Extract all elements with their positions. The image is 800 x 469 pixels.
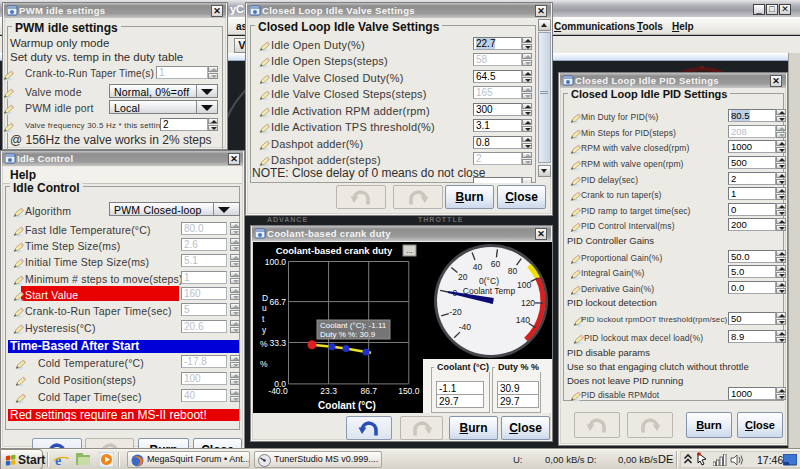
svg-text:u: u <box>262 303 267 313</box>
svg-text:...: ... <box>406 246 413 255</box>
svg-text:66.7: 66.7 <box>269 297 286 307</box>
svg-text:Coolant (°C): Coolant (°C) <box>318 400 376 411</box>
svg-text:y: y <box>262 325 267 335</box>
svg-text:0(°C): 0(°C) <box>479 276 499 286</box>
svg-text:D: D <box>262 293 268 303</box>
svg-text:150.0: 150.0 <box>398 386 420 396</box>
svg-text:Duty % %: 30.9: Duty % %: 30.9 <box>320 330 376 339</box>
svg-text:Coolant-based crank duty: Coolant-based crank duty <box>276 245 393 256</box>
svg-text:%: % <box>260 359 268 369</box>
svg-text:23.3: 23.3 <box>320 386 337 396</box>
svg-text:100.0: 100.0 <box>265 257 287 267</box>
svg-text:40: 40 <box>473 262 483 272</box>
svg-text:Coolant Temp: Coolant Temp <box>463 286 516 296</box>
svg-text:33.3: 33.3 <box>269 338 286 348</box>
svg-text:20: 20 <box>458 272 468 282</box>
svg-text:100: 100 <box>517 280 531 290</box>
svg-text:-40: -40 <box>459 322 472 332</box>
svg-text:t: t <box>262 314 265 324</box>
svg-text:120: 120 <box>521 298 535 308</box>
svg-text:86.7: 86.7 <box>360 386 377 396</box>
svg-text:-20: -20 <box>449 307 462 317</box>
svg-text:60: 60 <box>491 259 501 269</box>
svg-text:-40.0: -40.0 <box>268 386 288 396</box>
svg-text:80: 80 <box>508 266 518 276</box>
svg-text:140: 140 <box>516 315 530 325</box>
svg-text:%: % <box>260 339 268 349</box>
svg-text:e: e <box>55 453 61 467</box>
